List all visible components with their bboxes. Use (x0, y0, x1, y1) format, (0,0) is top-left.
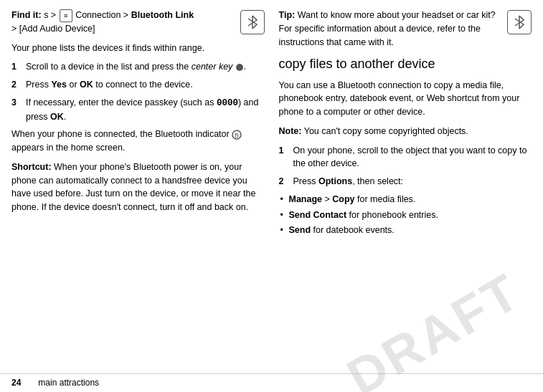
note-label: Note: (279, 126, 302, 136)
center-key-text: center key (192, 62, 233, 72)
right-step-2-num: 2 (279, 175, 293, 188)
right-step-1: 1 On your phone, scroll to the object th… (279, 144, 532, 171)
shortcut-label: Shortcut: (11, 162, 52, 172)
center-key-icon (236, 64, 243, 71)
step-1: 1 Scroll to a device in the list and pre… (11, 60, 265, 74)
tip-text: Tip: Want to know more about your headse… (279, 9, 504, 49)
svg-text:B: B (235, 132, 239, 139)
options-label: Options (318, 176, 352, 186)
right-column: Tip: Want to know more about your headse… (279, 9, 532, 365)
step-1-content: Scroll to a device in the list and press… (26, 60, 265, 74)
tip-label: Tip: (279, 10, 296, 20)
bluetooth-icon-2 (507, 10, 532, 34)
tip-block: Tip: Want to know more about your headse… (279, 9, 532, 49)
manage-separator: > (325, 194, 333, 204)
step-2-content: Press Yes or OK to connect to the device… (26, 78, 265, 92)
left-column: Find it: s > ≡ Connection > Bluetooth Li… (11, 9, 265, 365)
copy-label: Copy (332, 194, 354, 204)
section-heading: copy files to another device (279, 56, 532, 72)
note-text: You can't copy some copyrighted objects. (304, 126, 468, 136)
connection-label: Connection (75, 10, 121, 20)
add-device-label: > [Add Audio Device] (11, 24, 95, 34)
send-contact-label: Send Contact (289, 210, 347, 220)
tip-content: Want to know more about your headset or … (279, 10, 496, 47)
step-3: 3 If necessary, enter the device passkey… (11, 96, 265, 124)
right-intro: You can use a Bluetooth connection to co… (279, 79, 532, 119)
connected-note: When your phone is connected, the Blueto… (11, 128, 265, 155)
ok-label-1: OK (80, 80, 93, 90)
step-2: 2 Press Yes or OK to connect to the devi… (11, 78, 265, 92)
bullet-manage: Manage > Copy for media files. (279, 193, 532, 206)
yes-label: Yes (51, 80, 67, 90)
separator: > (123, 10, 131, 20)
bullet-send: Send for datebook events. (279, 224, 532, 237)
shortcut-block: Shortcut: When your phone's Bluetooth po… (11, 161, 265, 214)
bullet-send-contact: Send Contact for phonebook entries. (279, 209, 532, 222)
left-intro: Your phone lists the devices it finds wi… (11, 42, 265, 55)
find-it-line: Find it: s > ≡ Connection > Bluetooth Li… (11, 9, 265, 36)
send-contact-text: for phonebook entries. (349, 210, 438, 220)
page-container: DRAFT Find it: s > ≡ Connection > Blueto… (0, 0, 543, 392)
find-it-text: Find it: s > ≡ Connection > Bluetooth Li… (11, 9, 236, 36)
right-step-2: 2 Press Options, then select: (279, 175, 532, 188)
find-it-label: Find it: (11, 10, 42, 20)
step-2-num: 2 (11, 78, 26, 92)
ok-label-2: OK (50, 112, 64, 122)
bluetooth-link-label: Bluetooth Link (131, 10, 194, 20)
right-step-2-content: Press Options, then select: (293, 175, 532, 188)
send-label: Send (289, 225, 311, 235)
footer-section-label: main attractions (38, 377, 99, 389)
bullet-list: Manage > Copy for media files. Send Cont… (279, 193, 532, 237)
right-step-1-num: 1 (279, 144, 293, 171)
connection-icon: ≡ (60, 9, 72, 22)
right-step-1-content: On your phone, scroll to the object that… (293, 144, 532, 171)
bluetooth-icon (240, 10, 265, 34)
step-3-num: 3 (11, 96, 26, 124)
manage-label: Manage (289, 194, 323, 204)
note-block: Note: You can't copy some copyrighted ob… (279, 125, 532, 138)
passkey-example: 0000 (217, 98, 238, 108)
footer-bar: 24 main attractions (0, 373, 543, 392)
send-text: for datebook events. (313, 225, 395, 235)
manage-text: for media files. (357, 194, 415, 204)
step-1-num: 1 (11, 60, 26, 74)
nav-dot: s > (44, 10, 59, 20)
step-3-content: If necessary, enter the device passkey (… (26, 96, 265, 124)
two-column-layout: Find it: s > ≡ Connection > Bluetooth Li… (0, 0, 543, 373)
page-number: 24 (11, 377, 21, 389)
